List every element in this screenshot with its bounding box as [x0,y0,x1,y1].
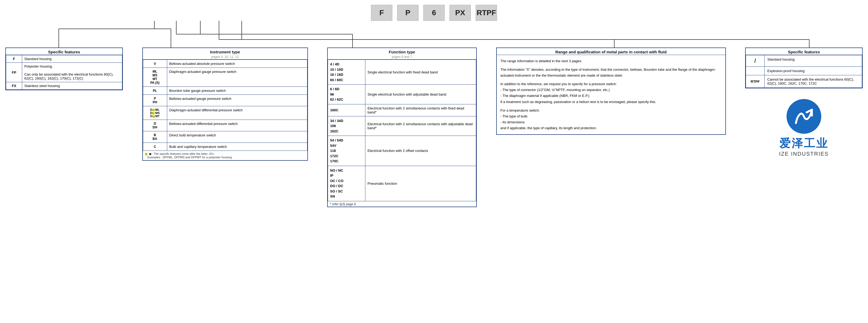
ft-key-1: 4 / 4D 10 / 10D 16 / 16D 60 / 60C [328,60,365,85]
it-key-BBA: B BA [143,131,167,143]
it-key-C: C [143,143,167,151]
yellow-square-icon [145,153,148,155]
sfr-val-slash: Standard housing [765,55,862,67]
range-p3: In addition to the reference, we request… [500,81,722,105]
ft-key-4: 34 / 34D 106 162C [328,116,365,136]
sfr-key-empty [746,67,765,75]
letter-RTPF: RTPF [476,5,497,21]
ft-row-1: 4 / 4D 10 / 10D 16 / 16D 60 / 60C Single… [328,60,476,85]
connector-lines [0,21,868,47]
instrument-type-panel: Instrument type pages 4, 10, 11, 12 V Be… [142,47,308,161]
sf-row-F: F Standard housing [6,55,122,63]
it-row-BBA: B BA Direct bulb temperature switch [143,131,307,143]
logo-area: 爱泽工业 IZE INDUSTRIES [779,94,829,157]
ft-key-2: 6 / 6D 96 62 / 62C [328,85,365,104]
it-val-V: Bellows-actuated absolute pressure switc… [167,60,307,68]
top-letters-row: F P 6 PX RTPF [0,0,868,21]
ft-row-3: 160C Electrical function with 2 simultan… [328,104,476,116]
range-content: The range information is detailed in the… [497,55,725,134]
ft-refer-note: * refer §(3) page 6 [328,201,476,206]
sf-val-F: Standard housing [22,55,122,63]
it-key-PL: PL [143,87,167,95]
it-footnote: ◼ : The specific features come after the… [143,151,307,160]
sfr-row-explosion: Explosion-proof housing [746,67,862,75]
ft-key-5: 54 / 54D 54V 116 172C 170C [328,136,365,166]
ft-val-3: Electrical function with 2 simultaneous … [365,104,476,116]
sfr-key-slash: / [746,55,765,67]
it-row-DML: DML DMS DMT Diaphragm-actuated different… [143,106,307,120]
slash-icon: / [754,57,756,64]
it-row-PL: PL Bourdon tube gauge pressure switch [143,87,307,95]
sf-val-FP: Polyester housing. Can only be associate… [22,63,122,82]
it-row-MLMS: ML MS MT PA (S) Diaphragm-actuated gauge… [143,68,307,87]
ft-val-4: Electrical function with 2 simultaneous … [365,116,476,136]
it-val-C: Bulb and capillary temperature switch [167,143,307,151]
it-val-BBA: Direct bulb temperature switch [167,131,307,143]
ft-table: 4 / 4D 10 / 10D 16 / 16D 60 / 60C Single… [328,60,476,201]
it-key-MLMS: ML MS MT PA (S) [143,68,167,87]
ft-val-1: Single electrical function with fixed de… [365,60,476,85]
range-p2: The information "X" denotes, according t… [500,67,722,78]
it-row-DDH: D DH Bellows-actuated differential press… [143,120,307,131]
it-val-MLMS: Diaphragm-actuated gauge pressure switch [167,68,307,87]
it-row-PPH: P PH Bellows-actuated gauge pressure swi… [143,95,307,106]
sfr-header: Specific features [746,48,862,55]
it-subheader: pages 4, 10, 11, 12 [211,55,239,59]
letter-F: F [371,5,392,21]
specific-features-left-panel: Specific features F Standard housing FP … [5,47,123,90]
ft-row-5: 54 / 54D 54V 116 172C 170C Electrical fu… [328,136,476,166]
sf-key-F: F [6,55,22,63]
it-key-V: V [143,60,167,68]
ft-key-3: 160C [328,104,365,116]
sfr-row-RTPF: RTPF Cannot be associated with the elect… [746,75,862,88]
sf-val-FX: Stainless steel housing [22,82,122,90]
specific-features-right-panel: Specific features / Standard housing Exp… [745,47,863,88]
range-header: Range and qualification of metal parts i… [497,48,725,55]
letter-PX: PX [450,5,471,21]
it-header: Instrument type pages 4, 10, 11, 12 [143,48,307,60]
ft-row-2: 6 / 6D 96 62 / 62C Single electrical fun… [328,85,476,104]
sf-left-table: F Standard housing FP Polyester housing.… [6,55,122,90]
right-column: Specific features / Standard housing Exp… [745,47,863,157]
main-content: Specific features F Standard housing FP … [0,47,868,207]
range-p4: For a temperature switch: - The type of … [500,107,722,131]
ft-val-6: Pneumatic function [365,166,476,201]
it-table: V Bellows-actuated absolute pressure swi… [143,60,307,151]
sf-key-FP: FP [6,63,22,82]
logo-en: IZE INDUSTRIES [779,151,829,157]
it-row-C: C Bulb and capillary temperature switch [143,143,307,151]
logo-circle [786,99,821,134]
it-key-PPH: P PH [143,95,167,106]
logo-svg [792,104,816,128]
letter-6: 6 [423,5,445,21]
function-type-panel: Function type pages 6 and 7 4 / 4D 10 / … [327,47,477,207]
sfr-val-explosion: Explosion-proof housing [765,67,862,75]
it-val-PL: Bourdon tube gauge pressure switch [167,87,307,95]
it-val-DML: Diaphragm-actuated differential pressure… [167,106,307,120]
letter-P: P [397,5,418,21]
sf-row-FX: FX Stainless steel housing [6,82,122,90]
sfr-val-RTPF: Cannot be associated with the electrical… [765,75,862,88]
ft-row-6: NO / NC IP OC / CO DO / DC SO / SC SN Pn… [328,166,476,201]
it-val-DDH: Bellows-actuated differential pressure s… [167,120,307,131]
sf-row-FP: FP Polyester housing. Can only be associ… [6,63,122,82]
ft-header: Function type pages 6 and 7 [328,48,476,60]
it-key-DML: DML DMS DMT [143,106,167,120]
range-p1: The range information is detailed in the… [500,58,722,64]
sfr-row-slash: / Standard housing [746,55,862,67]
ft-key-6: NO / NC IP OC / CO DO / DC SO / SC SN [328,166,365,201]
it-key-DDH: D DH [143,120,167,131]
ft-val-2: Single electrical function with adjustab… [365,85,476,104]
ft-row-4: 34 / 34D 106 162C Electrical function wi… [328,116,476,136]
sfr-table: / Standard housing Explosion-proof housi… [746,55,862,88]
ft-subheader: pages 6 and 7 [392,55,412,59]
logo-cn: 爱泽工业 [779,136,829,151]
sf-key-FX: FX [6,82,22,90]
sfr-key-RTPF: RTPF [746,75,765,88]
it-row-V: V Bellows-actuated absolute pressure swi… [143,60,307,68]
sf-left-header: Specific features [6,48,122,55]
range-panel: Range and qualification of metal parts i… [496,47,726,135]
it-val-PPH: Bellows-actuated gauge pressure switch [167,95,307,106]
ft-val-5: Electrical function with 2 offset contac… [365,136,476,166]
